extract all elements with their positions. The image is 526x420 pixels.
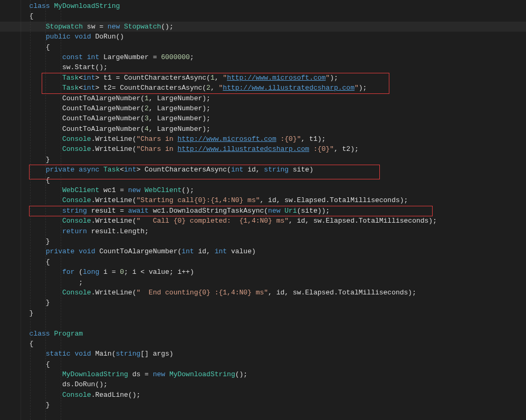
code-line[interactable]: CountToAlargeNumber(4, LargeNumber); bbox=[21, 124, 437, 134]
code-line[interactable]: CountToAlargeNumber(2, LargeNumber); bbox=[21, 103, 437, 113]
code-token: ds.DoRun(); bbox=[62, 380, 108, 388]
code-token: (site)); bbox=[297, 207, 330, 215]
code-line[interactable]: } bbox=[21, 236, 437, 246]
code-token: i = bbox=[103, 268, 120, 276]
code-line[interactable]: { bbox=[21, 11, 437, 21]
code-token: Console bbox=[62, 391, 91, 399]
code-token: Console bbox=[62, 217, 91, 225]
code-token: string bbox=[116, 350, 140, 358]
code-token: " bbox=[223, 74, 227, 82]
code-token: { bbox=[46, 43, 50, 51]
code-token: int bbox=[124, 166, 136, 174]
code-token: public void bbox=[46, 33, 95, 41]
code-token: { bbox=[46, 258, 50, 266]
code-token: CountToAlargeNumber( bbox=[62, 94, 145, 102]
code-token: , t1); bbox=[301, 135, 326, 143]
code-line[interactable]: sw.Start(); bbox=[21, 62, 437, 72]
code-line[interactable]: ds.DoRun(); bbox=[21, 379, 437, 389]
code-token: , bbox=[211, 84, 219, 92]
code-token: Task bbox=[62, 84, 79, 92]
code-line[interactable]: } bbox=[21, 308, 437, 318]
indent-guide bbox=[45, 0, 46, 420]
code-token: 0 bbox=[120, 268, 124, 276]
code-line[interactable]: for (long i = 0; i < value; i++) bbox=[21, 267, 437, 277]
code-token: for bbox=[62, 268, 79, 276]
code-token: MyDownloadString bbox=[169, 370, 235, 378]
code-line[interactable]: } bbox=[21, 400, 437, 410]
code-token: http://www.illustratedcsharp.com bbox=[223, 84, 355, 92]
indent-guide bbox=[61, 0, 61, 420]
code-token: Console bbox=[62, 145, 91, 153]
code-token: , LargeNumber); bbox=[149, 125, 211, 133]
code-line[interactable]: Console.WriteLine(" End counting{0} :{1,… bbox=[21, 288, 437, 298]
code-token: const int bbox=[62, 53, 103, 61]
code-token: return bbox=[62, 227, 91, 235]
code-token: > t2= CountCharactersAsync( bbox=[95, 84, 206, 92]
code-token: ); bbox=[359, 84, 367, 92]
code-token: int bbox=[83, 84, 95, 92]
code-line[interactable]: Console.WriteLine("Chars in http://www.m… bbox=[21, 134, 437, 144]
code-token: } bbox=[46, 237, 50, 245]
code-token: " bbox=[326, 74, 330, 82]
code-token: private void bbox=[46, 247, 99, 255]
code-line[interactable]: const int LargeNumber = 6000000; bbox=[21, 52, 437, 62]
code-token: sw.Start(); bbox=[62, 63, 108, 71]
code-line[interactable]: { bbox=[21, 175, 437, 185]
code-line[interactable]: Console.WriteLine("Starting call{0}:{1,4… bbox=[21, 195, 437, 205]
code-token: (); bbox=[161, 23, 173, 31]
code-token: LargeNumber = bbox=[103, 53, 161, 61]
code-token: .WriteLine( bbox=[91, 135, 137, 143]
code-line[interactable]: } bbox=[21, 155, 437, 165]
code-token: string bbox=[264, 166, 293, 174]
code-line[interactable]: class Program bbox=[21, 329, 437, 339]
code-token: ); bbox=[330, 74, 338, 82]
code-line[interactable]: { bbox=[21, 359, 437, 369]
code-token: < bbox=[79, 74, 83, 82]
code-line[interactable]: CountToAlargeNumber(1, LargeNumber); bbox=[21, 93, 437, 103]
code-token: int bbox=[231, 166, 247, 174]
code-line[interactable]: { bbox=[21, 257, 437, 267]
code-line[interactable]: return result.Length; bbox=[21, 226, 437, 236]
code-token: static void bbox=[46, 350, 95, 358]
code-line[interactable]: } bbox=[21, 298, 437, 308]
code-line[interactable]: Task<int> t2= CountCharactersAsync(2, "h… bbox=[21, 83, 437, 93]
code-token: http://www.illustratedcsharp.com bbox=[177, 145, 309, 153]
code-token: 4 bbox=[145, 125, 149, 133]
code-token: WebClient bbox=[145, 186, 181, 194]
code-line[interactable]: CountToAlargeNumber(3, LargeNumber); bbox=[21, 113, 437, 123]
code-line[interactable]: { bbox=[21, 339, 437, 349]
code-line[interactable]: class MyDownloadString bbox=[21, 1, 437, 11]
code-line[interactable]: { bbox=[21, 42, 437, 52]
code-line[interactable]: static void Main(string[] args) bbox=[21, 349, 437, 359]
code-line[interactable]: string result = await wc1.DownloadString… bbox=[21, 206, 437, 216]
code-editor[interactable]: class MyDownloadString { Stopwatch sw = … bbox=[21, 0, 437, 411]
code-token: id, bbox=[247, 166, 264, 174]
code-token: Task bbox=[103, 166, 120, 174]
code-line[interactable]: Console.ReadLine(); bbox=[21, 390, 437, 400]
code-line[interactable]: Stopwatch sw = new Stopwatch(); bbox=[21, 22, 437, 32]
code-line[interactable] bbox=[21, 318, 437, 328]
code-token: .WriteLine( bbox=[91, 217, 137, 225]
code-token: Console bbox=[62, 135, 91, 143]
code-line[interactable]: MyDownloadString ds = new MyDownloadStri… bbox=[21, 369, 437, 379]
code-token: } bbox=[46, 299, 50, 307]
code-line[interactable]: Task<int> t1 = CountCharactersAsync(1, "… bbox=[21, 73, 437, 83]
code-token: Console bbox=[62, 289, 91, 297]
code-token: "Chars in bbox=[136, 145, 177, 153]
code-token: , id, sw.Elapsed.TotalMilliseconds); bbox=[260, 196, 408, 204]
code-token: , bbox=[215, 74, 223, 82]
code-token: new bbox=[128, 186, 145, 194]
code-line[interactable]: Console.WriteLine(" Call {0} completed: … bbox=[21, 216, 437, 226]
code-line[interactable]: WebClient wc1 = new WebClient(); bbox=[21, 185, 437, 195]
code-token: .WriteLine( bbox=[91, 289, 137, 297]
code-line[interactable]: private void CountToAlargeNumber(int id,… bbox=[21, 246, 437, 256]
code-line[interactable]: ; bbox=[21, 278, 437, 288]
code-token: new bbox=[108, 23, 124, 31]
code-line[interactable]: Console.WriteLine("Chars in http://www.i… bbox=[21, 144, 437, 154]
code-token: sw = bbox=[87, 23, 108, 31]
code-line[interactable]: public void DoRun() bbox=[21, 32, 437, 42]
code-line[interactable]: private async Task<int> CountCharactersA… bbox=[21, 165, 437, 175]
code-token: wc1.DownloadStringTaskAsync( bbox=[153, 207, 268, 215]
code-token: Task bbox=[62, 74, 79, 82]
code-token: { bbox=[46, 360, 50, 368]
